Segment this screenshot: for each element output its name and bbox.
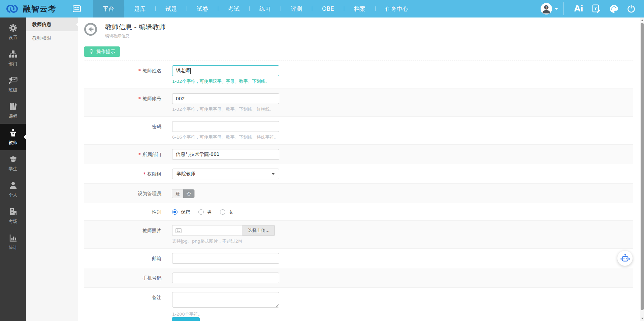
chevron-down-icon	[271, 173, 275, 177]
theme-palette-icon[interactable]	[605, 4, 622, 13]
menu-item-archives[interactable]: 档案	[344, 0, 375, 17]
teacher-edit-form: *教师姓名 钱老师 1-32个字符，可使用汉字、字母、数字、下划线。 *教师账号…	[84, 61, 633, 321]
menu-item-obe[interactable]: OBE	[312, 0, 344, 17]
navbar-right: ? Ai ?	[541, 2, 644, 15]
phone-input[interactable]	[172, 273, 279, 283]
text-cursor	[190, 68, 191, 74]
password-input[interactable]	[172, 121, 279, 132]
form-row-admin-toggle: 设为管理员 是 否	[84, 184, 633, 203]
sidebar-item-courses[interactable]: 课程	[0, 98, 26, 124]
user-avatar-menu[interactable]: ?	[541, 3, 558, 14]
top-navbar: 融智云考 平台 题库 试题 试卷 考试 练习 评测 OBE	[0, 0, 644, 17]
form-row-email: 邮箱	[84, 249, 633, 268]
avatar[interactable]: ?	[541, 3, 552, 14]
ai-robot-fab[interactable]	[617, 251, 633, 266]
field-label: *权限组	[84, 169, 161, 179]
menu-item-practice[interactable]: 练习	[250, 0, 281, 17]
image-icon	[175, 228, 182, 233]
gender-option-label[interactable]: 女	[229, 208, 233, 216]
sidebar-item-label: 班级	[9, 87, 18, 93]
gender-option-label[interactable]: 男	[207, 208, 212, 216]
help-doc-icon[interactable]: ?	[587, 4, 605, 13]
sidebar-item-settings[interactable]: 设置	[0, 19, 26, 45]
email-input[interactable]	[172, 253, 279, 264]
choose-upload-button[interactable]: 选择上传...	[243, 225, 275, 236]
teacher-name-input[interactable]: 钱老师	[172, 65, 279, 76]
menu-item-task-center[interactable]: 任务中心	[376, 0, 418, 17]
operation-tips-button[interactable]: 操作提示	[84, 46, 120, 57]
form-row-gender: 性别 保密 男 女	[84, 203, 633, 221]
remark-textarea[interactable]	[172, 292, 279, 308]
sidebar-item-label: 学生	[9, 166, 18, 172]
ai-assistant-button[interactable]: Ai	[570, 4, 587, 13]
admin-toggle-yes[interactable]: 是	[172, 189, 183, 198]
sidebar-item-statistics[interactable]: 统计	[0, 229, 26, 255]
submenu-item-teacher-permissions[interactable]: 教师权限	[26, 31, 78, 45]
sitemap-icon	[9, 50, 18, 59]
gender-option-label[interactable]: 保密	[181, 208, 190, 216]
photo-filename-field[interactable]	[172, 225, 243, 236]
brand[interactable]: 融智云考	[0, 3, 60, 15]
navbar-divider	[564, 2, 564, 15]
menu-item-exams[interactable]: 考试	[218, 0, 249, 17]
form-row-account: *教师账号 1-32个字符，可使用字母、数字、下划线、短横线。	[84, 89, 633, 117]
svg-text:?: ?	[545, 6, 547, 9]
menu-item-question-bank[interactable]: 题库	[124, 0, 155, 17]
scrollbar-up-arrow[interactable]	[640, 18, 644, 23]
app-window: 融智云考 平台 题库 试题 试卷 考试 练习 评测 OBE	[0, 0, 644, 321]
required-marker: *	[143, 171, 146, 177]
menu-item-questions[interactable]: 试题	[156, 0, 187, 17]
gender-radio-secret[interactable]	[172, 209, 178, 215]
sidebar-item-personal[interactable]: 个人	[0, 176, 26, 203]
admin-toggle-no[interactable]: 否	[183, 189, 194, 198]
sidebar-item-departments[interactable]: 部门	[0, 45, 26, 71]
permission-group-select[interactable]: 学院教师	[172, 169, 279, 179]
sidebar-item-classes[interactable]: 班级	[0, 71, 26, 98]
form-row-permission-group: *权限组 学院教师	[84, 164, 633, 184]
gear-icon	[9, 24, 18, 32]
field-label: 密码	[84, 121, 161, 140]
menu-item-assessment[interactable]: 评测	[281, 0, 312, 17]
main-menu: 平台 题库 试题 试卷 考试 练习 评测 OBE 档案 任务中心	[93, 0, 418, 17]
field-label: 设为管理员	[84, 188, 161, 199]
back-arrow-icon	[84, 23, 97, 36]
field-helper-text: 1-32个字符，可使用汉字、字母、数字、下划线。	[172, 78, 279, 84]
gender-radio-male[interactable]	[198, 209, 204, 215]
graduation-cap-icon	[9, 155, 18, 164]
form-row-photo: 教师照片 选择上传... 支持jpg、png格式图片，不超过2M	[84, 221, 633, 249]
scrollbar-down-arrow[interactable]	[640, 316, 644, 321]
sidebar-item-label: 教师	[9, 140, 18, 146]
field-label: 备注	[84, 292, 161, 317]
field-label: *教师账号	[84, 93, 161, 112]
books-icon	[9, 102, 18, 111]
lightbulb-icon	[89, 49, 94, 55]
menu-item-papers[interactable]: 试卷	[187, 0, 218, 17]
gender-radio-female[interactable]	[220, 209, 225, 215]
sidebar-item-teachers[interactable]: 教师	[0, 124, 26, 150]
field-label: *教师姓名	[84, 65, 161, 84]
field-label: *所属部门	[84, 149, 161, 160]
photo-upload-control: 选择上传...	[172, 225, 275, 236]
field-label: 邮箱	[84, 253, 161, 264]
menu-item-platform[interactable]: 平台	[93, 0, 124, 17]
submenu-item-teacher-info[interactable]: 教师信息	[26, 17, 78, 31]
scrollbar-thumb[interactable]	[641, 23, 644, 310]
brand-title: 融智云考	[23, 4, 57, 14]
logout-power-icon[interactable]	[622, 4, 640, 13]
back-button[interactable]	[84, 23, 97, 36]
required-marker: *	[138, 68, 141, 73]
page-scrollbar[interactable]	[640, 17, 644, 321]
field-label: 手机号码	[84, 273, 161, 283]
required-marker: *	[138, 152, 141, 157]
presentation-icon	[9, 76, 18, 85]
field-helper-text: 支持jpg、png格式图片，不超过2M	[172, 238, 275, 244]
sidebar-item-students[interactable]: 学生	[0, 150, 26, 176]
form-row-remark: 备注 1-200个字符。	[84, 288, 633, 321]
save-button-partial[interactable]	[172, 317, 200, 321]
department-input[interactable]	[172, 149, 279, 160]
sidebar-item-label: 课程	[9, 113, 18, 119]
collapse-menu-icon[interactable]	[73, 5, 81, 12]
sidebar-item-exam-rooms[interactable]: 考场	[0, 203, 26, 229]
teacher-icon	[9, 129, 18, 137]
account-input[interactable]	[172, 93, 279, 104]
